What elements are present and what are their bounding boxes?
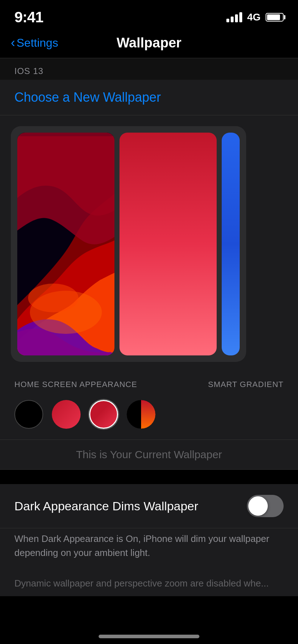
status-icons: 4G (226, 12, 284, 23)
status-bar: 9:41 4G (0, 0, 298, 32)
choose-wallpaper-link[interactable]: Choose a New Wallpaper (14, 90, 161, 105)
wallpaper-preview-area (0, 115, 298, 373)
wallpaper-container (11, 126, 246, 362)
home-screen-label: HOME SCREEN APPEARANCE (14, 380, 137, 389)
back-button[interactable]: ‹ Settings (11, 36, 58, 50)
home-indicator (99, 635, 199, 638)
network-type: 4G (247, 12, 261, 23)
choose-wallpaper-row[interactable]: Choose a New Wallpaper (0, 80, 298, 115)
current-wallpaper-label: This is Your Current Wallpaper (0, 440, 298, 470)
color-option-mixed[interactable] (127, 400, 155, 429)
nav-bar: ‹ Settings Wallpaper (0, 32, 298, 58)
color-option-red[interactable] (52, 400, 81, 429)
partial-text: Dynamic wallpaper and perspective zoom a… (0, 571, 298, 596)
third-wallpaper-preview (222, 133, 240, 355)
color-option-selected[interactable] (89, 400, 118, 429)
smart-gradient-label: SMART GRADIENT (208, 380, 284, 389)
appearance-labels: HOME SCREEN APPEARANCE SMART GRADIENT (14, 380, 284, 389)
back-chevron-icon: ‹ (11, 36, 15, 49)
description-text: When Dark Appearance is On, iPhone will … (0, 528, 298, 571)
section-separator (0, 470, 298, 484)
status-time: 9:41 (14, 9, 43, 26)
page-title: Wallpaper (117, 35, 181, 51)
appearance-section: HOME SCREEN APPEARANCE SMART GRADIENT (0, 373, 298, 440)
svg-point-2 (28, 284, 78, 312)
toggle-knob (248, 496, 268, 516)
home-screen-wallpaper[interactable] (119, 133, 217, 355)
section-label: iOS 13 (0, 58, 298, 80)
color-options (14, 396, 284, 432)
lock-screen-wallpaper[interactable] (17, 133, 114, 355)
dark-appearance-toggle[interactable] (247, 495, 284, 517)
battery-icon (266, 13, 284, 22)
color-option-black[interactable] (14, 400, 43, 429)
signal-bars (226, 12, 242, 22)
dark-appearance-row: Dark Appearance Dims Wallpaper (0, 484, 298, 528)
dark-appearance-label: Dark Appearance Dims Wallpaper (14, 499, 198, 513)
back-label: Settings (17, 36, 58, 50)
